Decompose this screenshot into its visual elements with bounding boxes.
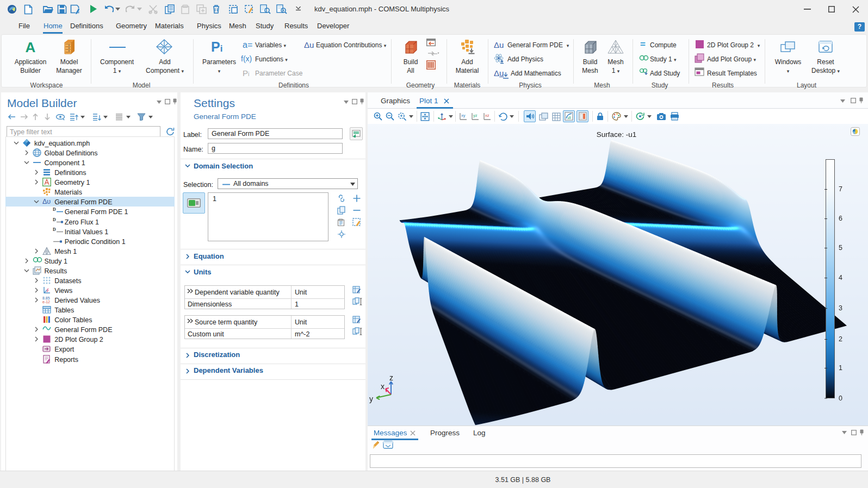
svg-text:Δυ: Δυ — [42, 198, 51, 205]
svg-text:yz: yz — [473, 113, 478, 118]
svg-text:xz: xz — [485, 113, 489, 118]
svg-text:z: z — [389, 373, 393, 382]
svg-text:y: y — [369, 395, 373, 403]
svg-text:D: D — [53, 227, 56, 232]
svg-text:e-12: e-12 — [42, 300, 50, 304]
svg-text:xy: xy — [461, 113, 466, 118]
svg-text:D: D — [53, 207, 56, 212]
svg-text:x: x — [381, 382, 385, 391]
svg-text:8.85: 8.85 — [42, 296, 50, 300]
svg-text:A: A — [26, 40, 36, 54]
svg-text:D: D — [53, 217, 56, 222]
